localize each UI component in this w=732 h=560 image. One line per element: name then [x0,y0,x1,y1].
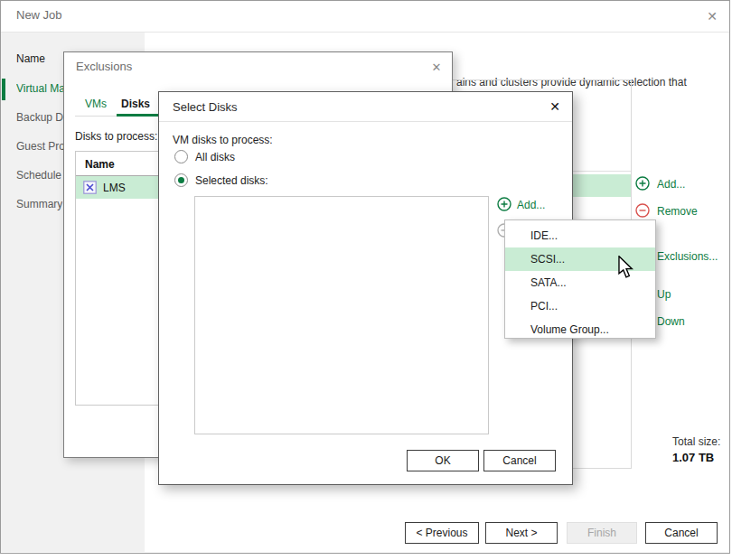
add-icon [497,197,511,211]
add-disk-context-menu: IDE... SCSI... SATA... PCI... Volume Gro… [504,219,656,339]
window-title: New Job [16,8,62,22]
menu-item-pci[interactable]: PCI... [505,294,655,318]
next-button[interactable]: Next > [485,522,558,544]
radio-selected-dot [178,177,184,183]
disks-to-process-label: Disks to process: [75,130,157,143]
title-separator [159,121,572,122]
selected-disks-listbox[interactable] [194,196,489,434]
menu-item-ide[interactable]: IDE... [505,224,655,247]
down-button[interactable]: Down [657,315,685,328]
remove-button[interactable]: Remove [657,205,698,218]
selected-disks-radio[interactable] [174,173,188,187]
mouse-cursor-icon [618,256,633,279]
finish-button: Finish [567,522,637,544]
add-button[interactable]: Add... [657,178,685,191]
sidebar-item-backup-destination[interactable]: Backup De [16,111,70,126]
window-close-icon[interactable]: ✕ [703,7,721,25]
all-disks-radio[interactable] [174,150,188,163]
sidebar-item-summary[interactable]: Summary [16,198,62,212]
ok-button[interactable]: OK [407,450,479,471]
vm-disks-to-process-label: VM disks to process: [173,134,273,146]
sidebar-item-name[interactable]: Name [16,52,45,67]
add-disk-button[interactable]: Add... [517,199,545,211]
exclusions-close-icon[interactable]: ✕ [427,59,446,77]
remove-icon [635,203,650,218]
disks-table-header-name: Name [85,158,115,171]
selected-disks-label[interactable]: Selected disks: [195,174,268,187]
tab-disks[interactable]: Disks [121,98,150,114]
current-step-marker [2,79,5,100]
exclusions-dialog-title: Exclusions [76,60,132,73]
total-size-label: Total size: [672,435,720,448]
up-button[interactable]: Up [657,288,671,301]
sidebar-item-virtual-machines[interactable]: Virtual Ma [16,82,65,97]
menu-item-volume-group[interactable]: Volume Group... [505,318,655,341]
table-row-label: LMS [103,182,126,194]
cancel-button-select-disks[interactable]: Cancel [483,450,556,471]
select-disks-close-icon[interactable]: ✕ [546,98,564,116]
exclusions-button[interactable]: Exclusions... [657,250,718,263]
all-disks-label[interactable]: All disks [195,151,235,163]
sidebar-item-schedule[interactable]: Schedule [16,169,61,183]
tab-vms[interactable]: VMs [85,98,107,114]
total-size-value: 1.07 TB [672,451,714,464]
excluded-disk-icon [83,181,97,194]
active-tab-underline [117,114,158,117]
add-icon [635,176,650,191]
select-disks-title: Select Disks [173,100,238,114]
titlebar [1,1,729,33]
previous-button[interactable]: < Previous [405,522,479,544]
cancel-button[interactable]: Cancel [645,522,718,544]
